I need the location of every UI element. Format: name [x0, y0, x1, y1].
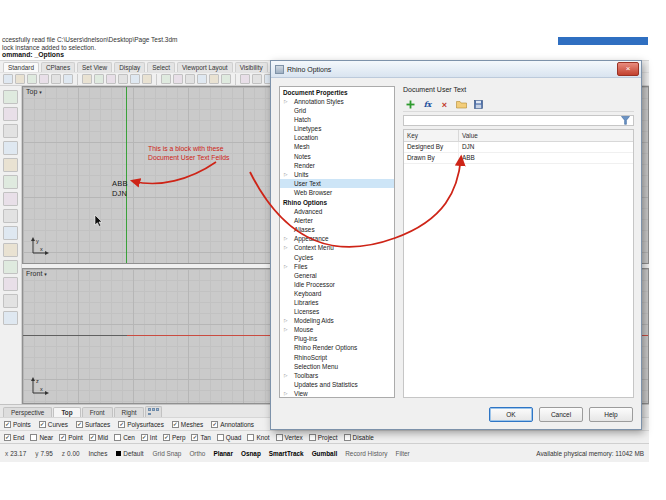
checkbox[interactable]: ✓: [141, 434, 148, 441]
mode-grid-snap[interactable]: Grid Snap: [153, 450, 182, 457]
tree-item-mouse[interactable]: ▷Mouse: [280, 325, 394, 334]
tree-item-units[interactable]: ▷Units: [280, 170, 394, 179]
checkbox[interactable]: ✓: [39, 421, 46, 428]
toolbar-icon[interactable]: [94, 74, 104, 84]
checkbox[interactable]: ✓: [59, 434, 66, 441]
sidebar-tool-icon[interactable]: [3, 124, 18, 138]
toolbar-icon[interactable]: [197, 74, 207, 84]
checkbox[interactable]: ✓: [89, 434, 96, 441]
toolbar-icon[interactable]: [130, 74, 140, 84]
osnap-tan[interactable]: ✓Tan: [191, 434, 210, 441]
toolbar-icon[interactable]: [106, 74, 116, 84]
toolbar-tab-visibility[interactable]: Visibility: [235, 62, 268, 72]
toolbar-tab-display[interactable]: Display: [114, 62, 145, 72]
toolbar-tab-cplanes[interactable]: CPlanes: [41, 62, 75, 72]
tree-item-keyboard[interactable]: Keyboard: [280, 289, 394, 298]
sidebar-tool-icon[interactable]: [3, 141, 18, 155]
ok-button[interactable]: OK: [489, 407, 533, 422]
close-button[interactable]: ×: [617, 62, 639, 76]
layer-indicator[interactable]: Default: [116, 450, 143, 457]
osnap-int[interactable]: ✓Int: [141, 434, 157, 441]
tree-item-plug-ins[interactable]: Plug-ins: [280, 334, 394, 343]
tree-item-aliases[interactable]: Aliases: [280, 225, 394, 234]
tree-item-modeling-aids[interactable]: ▷Modeling Aids: [280, 316, 394, 325]
toolbar-icon[interactable]: [161, 74, 171, 84]
expand-icon[interactable]: ▷: [284, 325, 287, 334]
tree-item-toolbars[interactable]: ▷Toolbars: [280, 371, 394, 380]
toolbar-icon[interactable]: [221, 74, 231, 84]
toolbar-tab-set-view[interactable]: Set View: [77, 62, 112, 72]
block-instance-text[interactable]: ABB DJN: [112, 179, 128, 198]
osnap-near[interactable]: Near: [30, 434, 53, 441]
mode-smarttrack[interactable]: SmartTrack: [269, 450, 304, 457]
sidebar-tool-icon[interactable]: [3, 158, 18, 172]
tree-item-location[interactable]: Location: [280, 133, 394, 142]
tree-item-user-text[interactable]: User Text: [280, 179, 394, 188]
toolbar-icon[interactable]: [252, 74, 262, 84]
expand-icon[interactable]: ▷: [284, 97, 287, 106]
osnap-cen[interactable]: Cen: [114, 434, 135, 441]
toolbar-icon[interactable]: [142, 74, 152, 84]
checkbox[interactable]: [217, 434, 224, 441]
filter-annotations[interactable]: ✓Annotations: [211, 421, 254, 428]
tree-item-web-browser[interactable]: Web Browser: [280, 188, 394, 197]
sidebar-tool-icon[interactable]: [3, 192, 18, 206]
filter-surfaces[interactable]: ✓Surfaces: [76, 421, 110, 428]
viewport-tab-right[interactable]: Right: [114, 407, 145, 417]
sidebar-tool-icon[interactable]: [3, 90, 18, 104]
filter-meshes[interactable]: ✓Meshes: [172, 421, 203, 428]
osnap-project[interactable]: Project: [309, 434, 338, 441]
checkbox[interactable]: [276, 434, 283, 441]
toolbar-icon[interactable]: [63, 74, 73, 84]
delete-icon[interactable]: ×: [439, 99, 450, 110]
help-button[interactable]: Help: [589, 407, 633, 422]
filter-bar[interactable]: [403, 115, 634, 126]
filter-points[interactable]: ✓Points: [4, 421, 31, 428]
checkbox[interactable]: [247, 434, 254, 441]
tree-item-idle-processor[interactable]: Idle Processor: [280, 280, 394, 289]
save-icon[interactable]: [473, 99, 484, 110]
mode-ortho[interactable]: Ortho: [189, 450, 205, 457]
expand-icon[interactable]: ▷: [284, 243, 287, 252]
sidebar-tool-icon[interactable]: [3, 277, 18, 291]
mode-record-history[interactable]: Record History: [345, 450, 387, 457]
toolbar-icon[interactable]: [15, 74, 25, 84]
tree-item-render[interactable]: Render: [280, 161, 394, 170]
tree-item-alerter[interactable]: Alerter: [280, 216, 394, 225]
toolbar-icon[interactable]: [82, 74, 92, 84]
checkbox[interactable]: ✓: [118, 421, 125, 428]
viewport-top-label[interactable]: Top▾: [26, 88, 42, 95]
tree-item-annotation-styles[interactable]: ▷Annotation Styles: [280, 97, 394, 106]
filter-curves[interactable]: ✓Curves: [39, 421, 68, 428]
sidebar-tool-icon[interactable]: [3, 294, 18, 308]
tree-item-files[interactable]: ▷Files: [280, 262, 394, 271]
tree-item-view[interactable]: ▷View: [280, 389, 394, 398]
column-key[interactable]: Key: [404, 130, 459, 141]
filter-funnel-icon[interactable]: [621, 116, 630, 125]
column-value[interactable]: Value: [459, 130, 633, 141]
osnap-knot[interactable]: Knot: [247, 434, 269, 441]
tree-item-advanced[interactable]: Advanced: [280, 207, 394, 216]
mode-planar[interactable]: Planar: [213, 450, 233, 457]
tree-item-selection-menu[interactable]: Selection Menu: [280, 362, 394, 371]
osnap-perp[interactable]: ✓Perp: [163, 434, 186, 441]
osnap-quad[interactable]: Quad: [217, 434, 242, 441]
tree-item-context-menu[interactable]: ▷Context Menu: [280, 243, 394, 252]
expand-icon[interactable]: ▷: [284, 389, 287, 398]
tree-item-rhinoscript[interactable]: RhinoScript: [280, 353, 394, 362]
osnap-disable[interactable]: Disable: [344, 434, 374, 441]
tree-item-appearance[interactable]: ▷Appearance: [280, 234, 394, 243]
tree-item-hatch[interactable]: Hatch: [280, 115, 394, 124]
dialog-title-bar[interactable]: Rhino Options ×: [271, 61, 641, 78]
osnap-end[interactable]: ✓End: [4, 434, 24, 441]
viewport-tab-front[interactable]: Front: [82, 407, 113, 417]
toolbar-icon[interactable]: [51, 74, 61, 84]
mode-osnap[interactable]: Osnap: [241, 450, 261, 457]
table-row[interactable]: Drawn ByABB: [404, 153, 633, 164]
mode-gumball[interactable]: Gumball: [312, 450, 338, 457]
checkbox[interactable]: [30, 434, 37, 441]
add-icon[interactable]: [405, 99, 416, 110]
sidebar-tool-icon[interactable]: [3, 175, 18, 189]
expand-icon[interactable]: ▷: [284, 170, 287, 179]
command-history[interactable]: ccessfully read file C:\Users\dnelson\De…: [0, 36, 649, 51]
